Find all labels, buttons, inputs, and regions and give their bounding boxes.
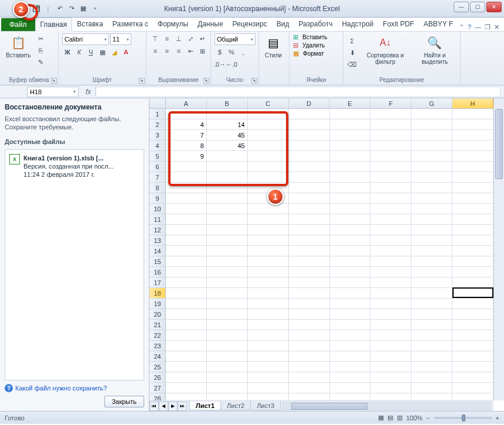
cell[interactable] <box>330 235 371 246</box>
name-box[interactable]: H18▾ <box>27 87 79 97</box>
cell[interactable] <box>370 130 411 140</box>
cell[interactable] <box>330 130 371 140</box>
recovery-close-button[interactable]: Закрыть <box>104 396 144 407</box>
cell[interactable] <box>452 214 493 225</box>
cell[interactable] <box>289 309 330 320</box>
row-header[interactable]: 13 <box>149 235 165 246</box>
cell[interactable] <box>411 235 452 246</box>
cell[interactable] <box>330 151 371 162</box>
cell[interactable] <box>452 256 493 267</box>
cell[interactable] <box>166 235 207 246</box>
row-header[interactable]: 2 <box>149 119 165 130</box>
cell[interactable] <box>411 140 452 151</box>
ribbon-tab[interactable]: Разметка с <box>108 18 153 31</box>
sort-filter-button[interactable]: A↓ Сортировка и фильтр <box>360 33 411 66</box>
cell[interactable] <box>452 246 493 256</box>
cell[interactable] <box>370 246 411 256</box>
cell[interactable] <box>370 256 411 267</box>
cell[interactable] <box>452 162 493 172</box>
cell[interactable] <box>166 225 207 235</box>
cell[interactable] <box>207 299 248 309</box>
cell[interactable] <box>207 235 248 246</box>
cell[interactable]: 45 <box>207 130 248 140</box>
row-header[interactable]: 21 <box>149 320 165 330</box>
cell[interactable] <box>411 351 452 362</box>
cell[interactable] <box>330 193 371 204</box>
cell[interactable] <box>289 193 330 204</box>
cell[interactable] <box>452 130 493 140</box>
cell[interactable] <box>289 140 330 151</box>
cell[interactable] <box>370 351 411 362</box>
cell[interactable] <box>411 214 452 225</box>
fill-button[interactable]: ⬇ <box>347 47 357 58</box>
cell[interactable] <box>411 130 452 140</box>
cell[interactable] <box>330 119 371 130</box>
cell[interactable] <box>248 372 289 383</box>
cell[interactable] <box>289 151 330 162</box>
column-header[interactable]: C <box>248 98 289 108</box>
row-header[interactable]: 1 <box>149 109 165 119</box>
column-header[interactable]: A <box>166 98 207 108</box>
paste-button[interactable]: 📋 Вставить <box>4 33 33 60</box>
font-color-button[interactable]: A <box>121 47 131 57</box>
cell[interactable] <box>370 309 411 320</box>
workbook-restore-icon[interactable]: ❐ <box>485 23 491 31</box>
column-header[interactable]: F <box>370 98 411 108</box>
cell[interactable] <box>330 225 371 235</box>
sheet-nav-last[interactable]: ⏭ <box>178 402 187 411</box>
row-header[interactable]: 12 <box>149 225 165 235</box>
format-painter-button[interactable]: ✎ <box>35 57 46 67</box>
cell[interactable] <box>207 256 248 267</box>
row-header[interactable]: 27 <box>149 383 165 393</box>
row-header[interactable]: 6 <box>149 162 165 172</box>
formula-input[interactable] <box>96 87 500 97</box>
cell[interactable] <box>330 162 371 172</box>
vertical-scrollbar[interactable] <box>493 98 504 400</box>
help-icon[interactable]: ? <box>468 23 471 31</box>
cell[interactable] <box>289 246 330 256</box>
group-launcher[interactable]: ⬊ <box>51 78 57 84</box>
number-format-combo[interactable]: Общий▾ <box>214 33 256 45</box>
copy-button[interactable]: ⎘ <box>35 45 46 56</box>
cell[interactable] <box>207 362 248 372</box>
row-header[interactable]: 11 <box>149 214 165 225</box>
cell[interactable] <box>166 299 207 309</box>
cell[interactable] <box>370 119 411 130</box>
cell[interactable] <box>411 383 452 393</box>
row-header[interactable]: 4 <box>149 140 165 151</box>
cell[interactable] <box>330 172 371 183</box>
cell[interactable] <box>289 267 330 277</box>
cell[interactable] <box>330 183 371 193</box>
cell[interactable] <box>248 140 289 151</box>
cell[interactable] <box>207 277 248 288</box>
cell[interactable] <box>452 119 493 130</box>
cell[interactable] <box>166 309 207 320</box>
cell[interactable] <box>452 172 493 183</box>
cell[interactable] <box>452 151 493 162</box>
redo-icon[interactable]: ↷ <box>67 4 76 13</box>
column-header[interactable]: E <box>329 98 370 108</box>
cell[interactable] <box>370 383 411 393</box>
cell[interactable] <box>248 172 289 183</box>
cell[interactable] <box>166 204 207 214</box>
cell[interactable] <box>452 330 493 341</box>
cell[interactable] <box>452 320 493 330</box>
styles-button[interactable]: ▤ Стили <box>263 33 284 60</box>
cell[interactable] <box>248 383 289 393</box>
cell[interactable] <box>207 246 248 256</box>
cell[interactable] <box>370 341 411 351</box>
cell[interactable] <box>289 183 330 193</box>
cell[interactable] <box>330 277 371 288</box>
cell[interactable] <box>411 299 452 309</box>
cell[interactable] <box>411 330 452 341</box>
maximize-button[interactable]: ☐ <box>470 2 485 12</box>
row-header[interactable]: 20 <box>149 309 165 320</box>
cell[interactable] <box>330 383 371 393</box>
cell[interactable] <box>452 225 493 235</box>
clear-button[interactable]: ⌫ <box>347 59 357 70</box>
cell[interactable] <box>166 183 207 193</box>
wrap-text-button[interactable]: ↵ <box>197 33 207 44</box>
ribbon-tab[interactable]: Надстрой <box>337 18 378 31</box>
cell[interactable] <box>166 351 207 362</box>
cell[interactable] <box>370 172 411 183</box>
